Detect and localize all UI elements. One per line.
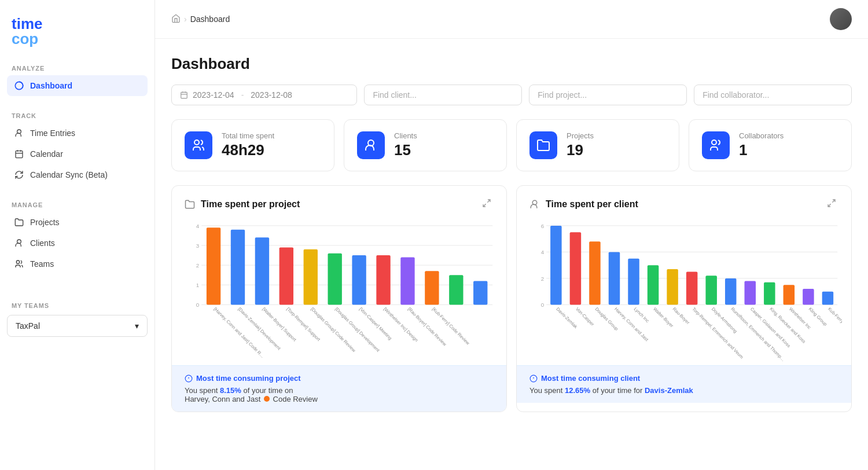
svg-text:[Davis-Zemlak] Development: [Davis-Zemlak] Development xyxy=(237,306,282,351)
svg-point-14 xyxy=(712,140,716,145)
project-chart-icon xyxy=(185,199,195,210)
client-chart-expand[interactable] xyxy=(825,196,838,212)
svg-rect-73 xyxy=(648,265,659,304)
filters-row: 2023-12-04 - 2023-12-08 xyxy=(171,85,852,105)
main-content: › Dashboard Dashboard 2023-12-04 - 2023-… xyxy=(155,0,868,470)
my-teams-label: My teams xyxy=(7,298,148,313)
svg-text:2: 2 xyxy=(541,276,544,282)
stat-projects: Projects 19 xyxy=(516,119,679,171)
page-title: Dashboard xyxy=(171,55,852,73)
sidebar-item-teams-label: Teams xyxy=(30,259,54,269)
client-filter[interactable] xyxy=(364,85,522,105)
sidebar-bottom: My teams TaxPal ▾ xyxy=(7,298,148,337)
sidebar-item-dashboard[interactable]: Dashboard xyxy=(7,75,148,96)
svg-point-12 xyxy=(194,140,199,145)
sidebar-item-time-entries-label: Time Entries xyxy=(30,128,75,138)
client-filter-input[interactable] xyxy=(373,90,513,100)
project-filter[interactable] xyxy=(529,85,687,105)
collaborator-filter[interactable] xyxy=(694,85,852,105)
calendar-sync-icon xyxy=(14,170,24,180)
svg-rect-83 xyxy=(745,281,756,304)
total-time-icon xyxy=(185,131,212,159)
project-dot xyxy=(264,396,270,402)
sidebar-section-manage: Manage Projects Clients Teams xyxy=(7,197,148,274)
client-chart-body: 0246Davis-ZemlakVon-CasperDouglas GroupH… xyxy=(517,218,851,365)
svg-text:0: 0 xyxy=(196,302,200,308)
svg-text:Rau-Boyer: Rau-Boyer xyxy=(672,306,691,325)
svg-rect-91 xyxy=(822,292,834,305)
home-icon[interactable] xyxy=(171,14,181,25)
svg-rect-89 xyxy=(803,289,814,304)
collaborator-filter-input[interactable] xyxy=(703,90,843,100)
dashboard-icon xyxy=(14,80,24,91)
sidebar-item-clients[interactable]: Clients xyxy=(7,233,148,254)
collaborators-value: 1 xyxy=(739,141,784,159)
client-chart-card: Time spent per client 0246Davis-ZemlakVo… xyxy=(516,185,852,412)
svg-text:Kub-Ferry: Kub-Ferry xyxy=(827,306,842,324)
date-start: 2023-12-04 xyxy=(193,90,234,100)
avatar[interactable] xyxy=(830,8,852,30)
project-info-banner: Most time consuming project You spent 8.… xyxy=(172,365,506,412)
team-name: TaxPal xyxy=(16,321,40,331)
clients-icon xyxy=(14,238,24,248)
svg-text:0: 0 xyxy=(541,302,545,308)
svg-rect-48 xyxy=(473,281,487,304)
svg-text:4: 4 xyxy=(541,249,545,255)
svg-rect-87 xyxy=(784,285,795,304)
project-info-text: You spent 8.15% of your time on Harvey, … xyxy=(185,386,494,403)
svg-rect-8 xyxy=(181,92,187,98)
stat-total-time: Total time spent 48h29 xyxy=(171,119,334,171)
projects-stat-icon xyxy=(529,131,557,159)
svg-rect-2 xyxy=(16,151,23,158)
total-time-value: 48h29 xyxy=(222,141,274,159)
svg-rect-37 xyxy=(328,254,342,305)
charts-row: Time spent per project 01234[Harvey, Con… xyxy=(171,185,852,412)
stats-row: Total time spent 48h29 Clients 15 Proj xyxy=(171,119,852,171)
svg-rect-35 xyxy=(304,249,318,305)
svg-text:Von-Casper: Von-Casper xyxy=(575,306,595,327)
svg-text:[Douglas Group] Code Review: [Douglas Group] Code Review xyxy=(310,306,356,353)
sidebar-section-track: Track Time Entries Calendar Calendar Syn… xyxy=(7,108,148,185)
svg-line-15 xyxy=(487,200,490,203)
svg-rect-31 xyxy=(255,237,269,304)
project-filter-input[interactable] xyxy=(538,90,678,100)
svg-rect-39 xyxy=(352,255,366,304)
sidebar-item-clients-label: Clients xyxy=(30,238,55,248)
client-chart-title: Time spent per client xyxy=(546,199,638,210)
sidebar-item-calendar-label: Calendar xyxy=(30,149,63,159)
client-info-title: Most time consuming client xyxy=(529,374,838,383)
calendar-icon xyxy=(14,149,24,159)
project-info-title: Most time consuming project xyxy=(185,374,494,383)
clients-label: Clients xyxy=(394,131,417,140)
sidebar-section-analyze: Analyze Dashboard xyxy=(7,60,148,96)
date-range-filter[interactable]: 2023-12-04 - 2023-12-08 xyxy=(171,85,357,105)
client-info-banner: Most time consuming client You spent 12.… xyxy=(517,365,851,403)
svg-rect-27 xyxy=(207,227,220,304)
svg-rect-75 xyxy=(667,269,678,304)
svg-rect-77 xyxy=(686,272,698,305)
project-bar-chart-svg: 01234[Harvey, Conn and Jast] Code R…[Dav… xyxy=(181,218,497,363)
sidebar: timecop Analyze Dashboard Track Time Ent… xyxy=(0,0,155,470)
sidebar-item-calendar[interactable]: Calendar xyxy=(7,144,148,164)
sidebar-item-dashboard-label: Dashboard xyxy=(30,81,72,90)
svg-text:Lynch Inc: Lynch Inc xyxy=(633,306,650,324)
project-chart-expand[interactable] xyxy=(480,196,494,212)
calendar-filter-icon xyxy=(180,91,188,99)
sidebar-item-projects[interactable]: Projects xyxy=(7,212,148,233)
total-time-label: Total time spent xyxy=(222,131,274,140)
date-separator: - xyxy=(241,90,244,100)
svg-rect-33 xyxy=(279,247,293,304)
sidebar-item-calendar-sync[interactable]: Calendar Sync (Beta) xyxy=(7,164,148,185)
svg-rect-63 xyxy=(550,226,562,305)
sidebar-item-time-entries[interactable]: Time Entries xyxy=(7,123,148,144)
team-selector[interactable]: TaxPal ▾ xyxy=(7,315,148,337)
projects-icon xyxy=(14,217,24,227)
svg-line-53 xyxy=(832,200,835,203)
breadcrumb-current: Dashboard xyxy=(190,14,230,24)
logo: timecop xyxy=(7,12,148,60)
date-end: 2023-12-08 xyxy=(251,90,292,100)
collaborators-stat-icon xyxy=(702,131,730,159)
dashboard-content: Dashboard 2023-12-04 - 2023-12-08 xyxy=(155,39,868,428)
sidebar-item-teams[interactable]: Teams xyxy=(7,254,148,274)
svg-text:6: 6 xyxy=(541,223,544,229)
